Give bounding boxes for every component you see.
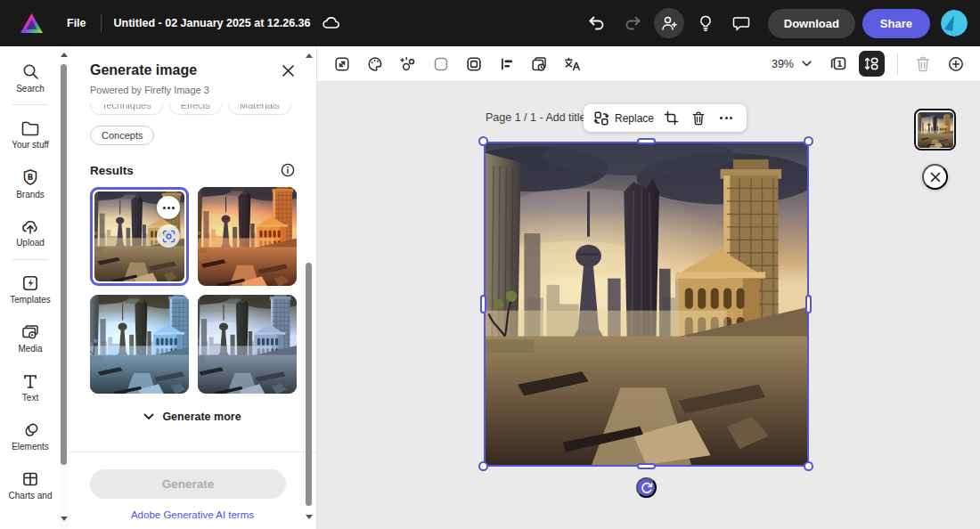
divider [897, 53, 898, 75]
frame-icon[interactable] [461, 52, 486, 76]
page-title-label[interactable]: Page 1 / 1 - Add title [486, 111, 586, 124]
result-thumbnail-1-selected[interactable] [90, 187, 189, 286]
text-icon [21, 372, 39, 390]
replace-icon [593, 110, 609, 126]
charts-icon [21, 470, 39, 488]
scroll-down-icon[interactable] [61, 517, 68, 521]
panel-subtitle: Powered by Firefly Image 3 [90, 85, 295, 95]
results-heading: Results [90, 164, 134, 177]
pages-icon[interactable]: 1 [826, 52, 850, 76]
result-thumbnail-3[interactable] [90, 295, 189, 394]
layers-icon[interactable] [859, 51, 885, 77]
close-panel-button[interactable] [282, 64, 295, 77]
chip-concepts[interactable]: Concepts [90, 126, 154, 145]
upload-cloud-icon [20, 217, 40, 235]
result-thumbnail-4[interactable] [198, 295, 297, 394]
delete-icon[interactable] [688, 108, 709, 129]
crop-icon[interactable] [660, 108, 682, 129]
share-button[interactable]: Share [862, 9, 930, 38]
zoom-control[interactable]: 39% [772, 58, 812, 70]
trash-icon[interactable] [911, 52, 935, 76]
scroll-down-icon[interactable] [306, 515, 313, 519]
lightbulb-icon[interactable] [691, 9, 720, 37]
adobe-express-logo-icon[interactable] [20, 12, 44, 34]
zoom-level: 39% [772, 58, 794, 70]
invite-people-icon[interactable] [654, 8, 684, 38]
brand-shield-icon: B [21, 168, 39, 187]
page-thumbnail[interactable] [914, 109, 956, 151]
svg-text:B: B [28, 172, 33, 181]
resize-handle-e[interactable] [805, 295, 812, 313]
replace-button[interactable]: Replace [593, 110, 654, 126]
align-icon[interactable] [494, 52, 519, 76]
panel-scrollbar[interactable] [305, 46, 314, 529]
divider [12, 259, 48, 260]
thumbnail-more-options-button[interactable] [157, 196, 180, 219]
scroll-up-icon[interactable] [306, 53, 313, 58]
close-icon [282, 64, 295, 77]
sidebar-item-charts[interactable]: Charts and [0, 463, 61, 508]
chip-materials[interactable]: Materials [228, 104, 291, 115]
scrollbar-thumb[interactable] [306, 263, 312, 506]
resize-handle-n[interactable] [637, 138, 656, 144]
generate-similar-icon[interactable] [157, 224, 180, 248]
sidebar-item-your-stuff[interactable]: Your stuff [0, 112, 61, 157]
top-app-bar: File Untitled - 02 January 2025 at 12.26… [0, 0, 980, 46]
download-button[interactable]: Download [768, 9, 855, 38]
canvas-toolbar: 39% 1 [317, 46, 980, 82]
chevron-down-icon [143, 413, 154, 420]
generate-image-panel: Generate image Powered by Firefly Image … [69, 46, 317, 529]
avatar[interactable] [941, 10, 968, 37]
sidebar-item-brands[interactable]: B Brands [0, 161, 61, 206]
shape-icon[interactable] [429, 52, 453, 76]
canvas-area[interactable]: Page 1 / 1 - Add title Replace [317, 82, 980, 529]
close-pages-button[interactable] [922, 164, 948, 190]
resize-handle-ne[interactable] [804, 136, 813, 146]
chip-techniques[interactable]: Techniques [90, 104, 163, 115]
svg-text:1: 1 [837, 59, 842, 68]
sidebar-item-upload[interactable]: Upload [0, 210, 61, 255]
sidebar-item-templates[interactable]: Templates [0, 267, 61, 312]
sidebar-item-search[interactable]: Search [0, 55, 61, 100]
sidebar-item-elements[interactable]: Elements [0, 414, 61, 459]
close-icon [930, 172, 941, 183]
schedule-icon[interactable] [527, 52, 551, 76]
translate-icon[interactable] [560, 52, 584, 76]
style-palette-icon[interactable] [363, 52, 387, 76]
generate-more-button[interactable]: Generate more [69, 411, 316, 423]
rotate-icon [641, 482, 653, 494]
resize-handle-se[interactable] [804, 461, 813, 471]
sidebar-item-text[interactable]: Text [0, 365, 61, 410]
generate-button[interactable]: Generate [90, 469, 286, 499]
document-title[interactable]: Untitled - 02 January 2025 at 12.26.36 [114, 17, 311, 29]
effects-icon[interactable] [396, 52, 420, 76]
scrollbar-thumb[interactable] [61, 64, 67, 465]
resize-icon[interactable] [330, 52, 354, 76]
scroll-up-icon[interactable] [61, 53, 68, 57]
resize-handle-s[interactable] [637, 463, 656, 469]
divider [12, 104, 48, 105]
generative-ai-terms-link[interactable]: Adobe Generative AI terms [90, 509, 295, 520]
resize-handle-w[interactable] [480, 295, 486, 313]
info-icon[interactable] [281, 163, 295, 177]
more-options-icon[interactable] [715, 108, 737, 129]
search-icon [21, 62, 40, 81]
redo-button[interactable] [618, 9, 647, 37]
sidebar-item-media[interactable]: Media [0, 316, 61, 361]
selection-toolbar: Replace [584, 104, 747, 132]
file-menu[interactable]: File [67, 17, 86, 29]
resize-handle-sw[interactable] [478, 461, 488, 471]
resize-handle-nw[interactable] [478, 136, 488, 146]
undo-button[interactable] [583, 9, 611, 37]
selected-image[interactable] [484, 142, 809, 467]
results-grid [90, 187, 295, 394]
result-thumbnail-2[interactable] [198, 187, 297, 286]
sidebar-scrollbar[interactable] [60, 46, 69, 529]
cloud-sync-icon[interactable] [322, 15, 341, 31]
add-page-icon[interactable] [943, 52, 968, 76]
comment-icon[interactable] [727, 9, 755, 37]
chevron-down-icon [802, 61, 812, 67]
chip-effects[interactable]: Effects [169, 104, 222, 115]
divider [101, 14, 102, 32]
rotate-handle[interactable] [636, 477, 657, 498]
